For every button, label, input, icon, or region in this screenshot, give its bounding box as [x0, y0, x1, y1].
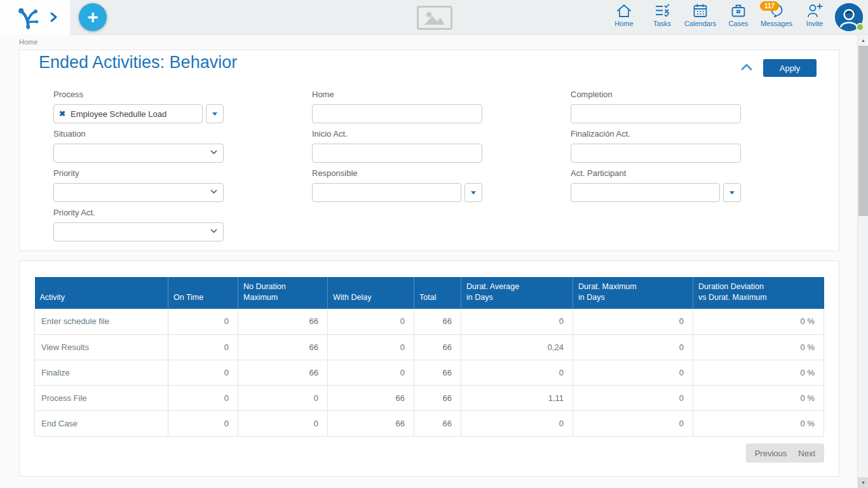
nav-calendars[interactable]: Calendars: [681, 3, 719, 33]
column-header: Durat. Maximum in Days: [573, 277, 693, 309]
nav-messages-label: Messages: [761, 20, 792, 27]
column-header: Durat. Average in Days: [461, 277, 573, 309]
completion-label: Completion: [571, 90, 741, 99]
priority-act-select[interactable]: [53, 222, 224, 241]
table-row: Process File0066661,1100 %: [35, 385, 824, 410]
value-cell: 0: [168, 334, 238, 360]
table-row: Enter schedule file066066000 %: [35, 309, 824, 334]
act-participant-input[interactable]: [571, 183, 720, 202]
column-header: Total: [414, 277, 461, 309]
completion-input[interactable]: [571, 104, 741, 123]
nav-cases-label: Cases: [728, 20, 748, 27]
nav-cases[interactable]: Cases: [719, 3, 757, 33]
process-value: Employee Schedulle Load: [71, 109, 166, 119]
situation-label: Situation: [53, 129, 224, 139]
nav-tasks[interactable]: Tasks: [643, 3, 681, 33]
app-logo-block[interactable]: [0, 0, 70, 35]
nav-calendars-label: Calendars: [684, 20, 716, 27]
act-participant-dropdown-button[interactable]: [723, 183, 741, 202]
nav-invite[interactable]: Invite: [796, 3, 834, 33]
caret-down-icon: [212, 112, 217, 116]
value-cell: 66: [414, 309, 461, 334]
value-cell: 0: [328, 334, 414, 360]
value-cell: 66: [328, 385, 414, 410]
toolbar-nav: Home Tasks Calendars: [605, 3, 834, 33]
value-cell: 0 %: [693, 410, 824, 436]
home-input[interactable]: [312, 104, 482, 123]
column-header: On Time: [168, 277, 238, 309]
value-cell: 0: [461, 309, 573, 334]
value-cell: 66: [238, 360, 328, 385]
caret-down-icon: [471, 191, 476, 194]
next-button[interactable]: Next: [798, 449, 815, 458]
responsible-dropdown-button[interactable]: [465, 183, 482, 202]
activity-cell: View Results: [35, 334, 168, 360]
value-cell: 0: [238, 385, 328, 410]
value-cell: 0 %: [693, 309, 824, 334]
column-header: No Duration Maximum: [238, 277, 328, 309]
pagination: Previous Next: [746, 444, 824, 463]
top-toolbar: + Home Tasks: [0, 0, 868, 35]
nav-home[interactable]: Home: [605, 3, 643, 33]
table-row: Finalize066066000 %: [35, 360, 824, 385]
scroll-down-icon[interactable]: ▼: [858, 477, 868, 488]
responsible-input[interactable]: [312, 183, 461, 202]
activity-cell: Process File: [35, 385, 168, 410]
act-participant-label: Act. Participant: [571, 168, 741, 178]
user-avatar[interactable]: [835, 3, 863, 31]
table-row: View Results0660660,2400 %: [35, 334, 824, 360]
expand-menu-icon[interactable]: [48, 11, 58, 24]
value-cell: 0: [573, 385, 693, 410]
nav-tasks-label: Tasks: [653, 20, 671, 27]
scroll-up-icon[interactable]: ▲: [858, 35, 868, 46]
situation-select[interactable]: [53, 144, 224, 163]
online-status-dot: [856, 23, 864, 31]
logo-image-placeholder-icon: [417, 6, 452, 30]
value-cell: 66: [414, 410, 461, 436]
inicio-act-input[interactable]: [312, 144, 482, 163]
finalizacion-act-input[interactable]: [571, 144, 741, 163]
activity-cell: Enter schedule file: [35, 309, 168, 334]
value-cell: 0 %: [693, 360, 824, 385]
value-cell: 0 %: [693, 334, 824, 360]
value-cell: 0: [461, 410, 573, 436]
value-cell: 1,11: [461, 385, 573, 410]
value-cell: 66: [414, 360, 461, 385]
value-cell: 0: [328, 309, 414, 334]
previous-button[interactable]: Previous: [755, 449, 787, 458]
priority-select[interactable]: [53, 183, 224, 202]
filters-panel: Ended Activities: Behavior Apply Process…: [19, 50, 839, 251]
cases-icon: [730, 3, 747, 19]
chevron-up-icon: [741, 63, 752, 72]
activity-cell: Finalize: [35, 360, 168, 385]
vertical-scrollbar[interactable]: ▲ ▼: [857, 35, 868, 488]
inicio-act-label: Inicio Act.: [312, 129, 482, 139]
process-dropdown-button[interactable]: [206, 104, 224, 123]
column-header: With Delay: [328, 277, 414, 309]
value-cell: 0: [573, 309, 693, 334]
nav-messages[interactable]: 117 Messages: [757, 3, 796, 33]
clear-selection-icon[interactable]: ✖: [59, 109, 65, 118]
value-cell: 0: [168, 360, 238, 385]
apply-button[interactable]: Apply: [763, 59, 817, 77]
value-cell: 66: [238, 309, 328, 334]
scrollbar-thumb[interactable]: [858, 46, 868, 216]
value-cell: 0 %: [693, 385, 824, 410]
value-cell: 0: [168, 385, 238, 410]
value-cell: 0: [328, 360, 414, 385]
app-logo-icon: [17, 4, 42, 31]
priority-act-label: Priority Act.: [53, 208, 224, 217]
value-cell: 0: [168, 410, 238, 436]
breadcrumb[interactable]: Home: [19, 38, 37, 46]
home-field-label: Home: [312, 90, 482, 99]
new-case-button[interactable]: +: [79, 3, 107, 31]
value-cell: 66: [414, 385, 461, 410]
calendars-icon: [692, 3, 709, 19]
collapse-panel-button[interactable]: [741, 63, 752, 72]
table-header-row: ActivityOn TimeNo Duration MaximumWith D…: [35, 277, 824, 309]
value-cell: 0: [238, 410, 328, 436]
responsible-label: Responsible: [312, 168, 482, 178]
process-combo[interactable]: ✖ Employee Schedulle Load: [53, 104, 203, 123]
messages-badge: 117: [760, 1, 779, 11]
page-title: Ended Activities: Behavior: [39, 53, 237, 72]
